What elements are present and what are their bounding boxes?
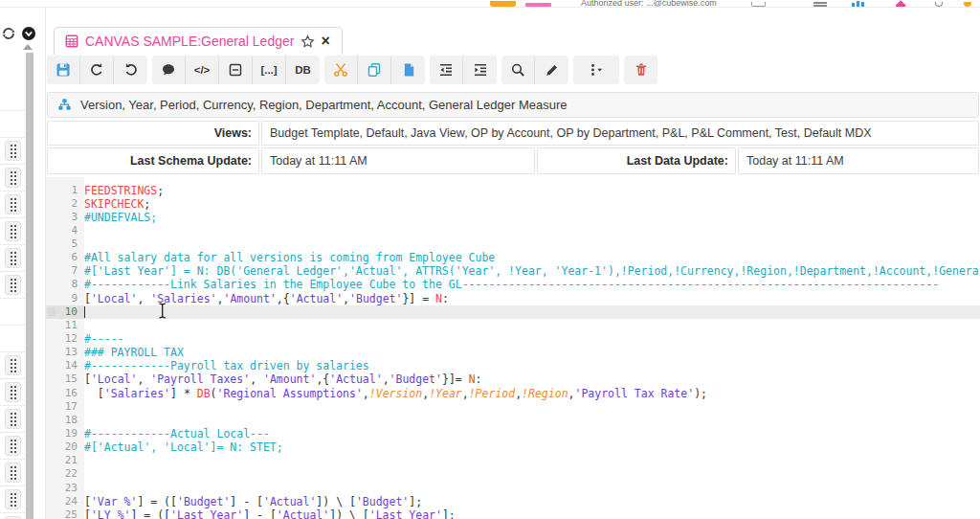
delete-button[interactable] xyxy=(624,56,657,84)
drag-grip-handle[interactable] xyxy=(5,194,21,214)
code-line-20: 20#['Actual', 'Local']= N: STET; xyxy=(46,440,980,454)
drag-grip-handle[interactable] xyxy=(5,275,21,295)
drag-grip-handle[interactable] xyxy=(5,248,21,268)
edit-button[interactable] xyxy=(535,56,568,84)
code-text xyxy=(84,305,980,319)
save-button[interactable] xyxy=(47,56,80,84)
line-number: 8 xyxy=(46,278,84,291)
line-number: 12 xyxy=(46,332,84,346)
grip-dots-icon xyxy=(10,492,17,507)
search-button[interactable] xyxy=(501,56,535,84)
db-icon: DB xyxy=(295,64,311,76)
grip-dots-icon xyxy=(10,358,17,372)
redo-button[interactable] xyxy=(114,56,147,84)
rail-row xyxy=(0,245,26,272)
rail-row xyxy=(0,379,26,406)
rail-row xyxy=(0,218,26,245)
code-text xyxy=(84,414,980,427)
code-text: #------------Link Salaries in the Employ… xyxy=(84,278,980,291)
views-value: Budget Template, Default, Java View, OP … xyxy=(261,121,979,146)
code-text xyxy=(84,319,980,332)
editor-toolbar: </>[...]DB xyxy=(47,55,657,85)
drag-grip-handle[interactable] xyxy=(5,489,21,509)
line-number: 4 xyxy=(46,224,84,237)
code-line-11: 11 xyxy=(46,319,980,332)
drag-grip-handle[interactable] xyxy=(5,463,21,483)
left-rail xyxy=(0,8,45,519)
collapse-circle-icon[interactable] xyxy=(21,26,36,41)
line-number: 15 xyxy=(46,372,84,386)
indent-button[interactable] xyxy=(463,56,497,84)
copy-button[interactable] xyxy=(358,56,391,84)
drag-grip-handle[interactable] xyxy=(5,436,21,456)
tab-general-ledger[interactable]: CANVAS SAMPLE:General Ledger × xyxy=(54,27,343,55)
drag-grip-handle[interactable] xyxy=(5,141,21,161)
indent-icon xyxy=(473,62,488,78)
code-text: #------------Payroll tax driven by salar… xyxy=(84,359,980,372)
drag-grip-handle[interactable] xyxy=(5,355,21,375)
toolbar-group xyxy=(501,56,568,84)
grip-dots-icon xyxy=(10,465,17,480)
line-number: 14 xyxy=(46,359,84,372)
line-number: 3 xyxy=(46,211,84,224)
code-editor[interactable]: 1FEEDSTRINGS;2SKIPCHECK;3#UNDEFVALS;456#… xyxy=(46,177,980,519)
line-number: 2 xyxy=(46,197,84,211)
line-number: 21 xyxy=(46,454,84,467)
authorized-user-text: Authorized user: ...@cubewise.com xyxy=(581,0,744,7)
code-text xyxy=(84,454,980,467)
drag-grip-handle[interactable] xyxy=(5,168,21,188)
scroll-up-arrow-icon[interactable] xyxy=(23,44,33,50)
dimension-bar[interactable]: Version, Year, Period, Currency, Region,… xyxy=(47,92,979,118)
toolbar-group: </>[...]DB xyxy=(152,56,320,84)
undo-icon xyxy=(89,62,104,78)
code-icon: </> xyxy=(194,64,211,76)
code-line-23: 23 xyxy=(46,482,980,495)
code-text: #All salary data for all versions is com… xyxy=(84,251,980,264)
rail-row xyxy=(0,406,26,433)
ellipsis-button[interactable]: [...] xyxy=(253,56,286,84)
comment-button[interactable] xyxy=(152,56,186,84)
rail-row xyxy=(0,352,26,379)
rail-scrollbar[interactable] xyxy=(26,53,33,519)
grip-dots-icon xyxy=(10,439,17,453)
dimension-list: Version, Year, Period, Currency, Region,… xyxy=(80,98,568,112)
list-icon-fragment xyxy=(813,2,827,7)
code-button[interactable]: </> xyxy=(186,56,219,84)
code-text: #------------Actual Local--- xyxy=(84,427,980,440)
favorite-star-icon[interactable] xyxy=(301,34,314,48)
paste-icon xyxy=(401,62,416,78)
outdent-icon xyxy=(438,62,454,78)
db-button[interactable]: DB xyxy=(286,56,320,84)
rail-row xyxy=(0,460,26,486)
paste-button[interactable] xyxy=(391,56,425,84)
line-number: 20 xyxy=(46,440,84,454)
code-text: #----- xyxy=(84,332,980,346)
undo-button[interactable] xyxy=(80,56,114,84)
line-number: 25 xyxy=(46,508,84,519)
outdent-button[interactable] xyxy=(430,56,463,84)
copy-icon xyxy=(367,62,382,78)
collapse-button[interactable] xyxy=(219,56,253,84)
drag-grip-handle[interactable] xyxy=(5,221,21,241)
line-number: 6 xyxy=(46,251,84,264)
collapse-icon xyxy=(228,62,243,78)
grip-dots-icon xyxy=(10,251,17,265)
code-text: ['LY %'] = (['Last Year'] - ['Actual']) … xyxy=(84,508,980,519)
code-line-18: 18 xyxy=(46,414,980,427)
more-menu-button[interactable] xyxy=(573,56,619,84)
code-line-16: 16 ['Salaries'] * DB('Regional Assumptio… xyxy=(46,387,980,400)
code-line-14: 14#------------Payroll tax driven by sal… xyxy=(46,359,980,372)
more-menu-icon xyxy=(589,62,604,78)
grip-dots-icon xyxy=(10,412,17,426)
drag-grip-handle[interactable] xyxy=(5,409,21,429)
sync-icon[interactable] xyxy=(1,26,16,41)
tab-close-icon[interactable]: × xyxy=(321,34,329,48)
grip-dots-icon xyxy=(10,144,17,158)
code-line-9: 9['Local', 'Salaries','Amount',{'Actual'… xyxy=(46,292,980,305)
code-text: ['Salaries'] * DB('Regional Assumptions'… xyxy=(84,387,980,400)
code-text: #UNDEFVALS; xyxy=(84,211,980,224)
code-line-6: 6#All salary data for all versions is co… xyxy=(46,251,980,264)
drag-grip-handle[interactable] xyxy=(5,382,21,402)
main-content: CANVAS SAMPLE:General Ledger × </>[...]D… xyxy=(45,8,980,519)
cut-button[interactable] xyxy=(324,56,358,84)
